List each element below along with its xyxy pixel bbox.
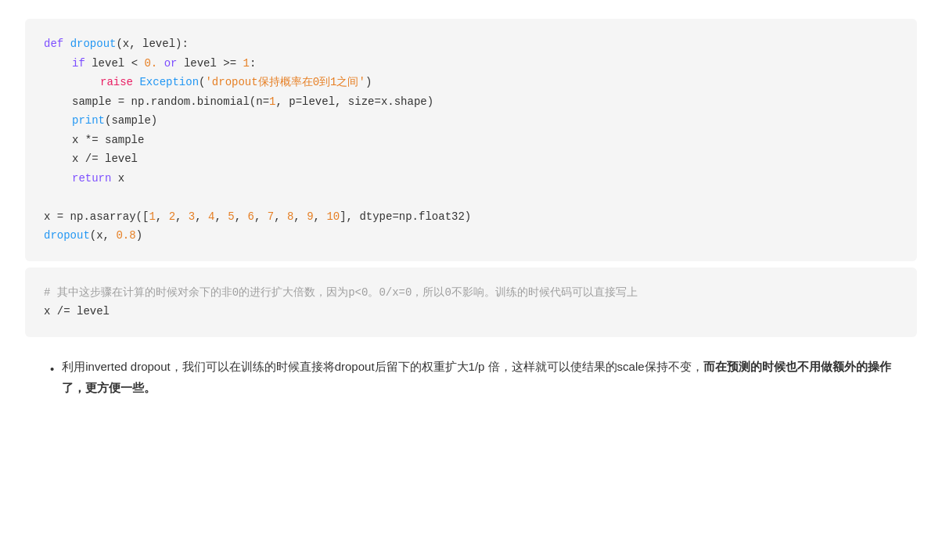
- bullet-text-plain: 利用inverted dropout，我们可以在训练的时候直接将dropout后…: [62, 360, 703, 373]
- code-line-7: x /= level: [44, 149, 898, 169]
- code-line-4: sample = np.random.binomial(n=1, p=level…: [44, 92, 898, 112]
- code-line-3: raise Exception('dropout保持概率在0到1之间'): [44, 73, 898, 92]
- prose-section: • 利用inverted dropout，我们可以在训练的时候直接将dropou…: [25, 343, 917, 404]
- bullet-dot: •: [50, 358, 54, 379]
- code-line-blank1: [44, 188, 898, 207]
- code-line-9: x = np.asarray([1, 2, 3, 4, 5, 6, 7, 8, …: [44, 207, 898, 227]
- bullet-content: 利用inverted dropout，我们可以在训练的时候直接将dropout后…: [62, 356, 892, 398]
- code-line-comment: # 其中这步骤在计算的时候对余下的非0的进行扩大倍数，因为p<0。0/x=0，所…: [44, 283, 898, 303]
- bullet-item-1: • 利用inverted dropout，我们可以在训练的时候直接将dropou…: [50, 356, 892, 398]
- code-line-5: print(sample): [44, 111, 898, 131]
- code-block-1: def dropout(x, level): if level < 0. or …: [25, 19, 917, 261]
- code-line-xdiv: x /= level: [44, 302, 898, 321]
- code-line-1: def dropout(x, level):: [44, 34, 898, 54]
- code-line-8: return x: [44, 169, 898, 188]
- code-block-2: # 其中这步骤在计算的时候对余下的非0的进行扩大倍数，因为p<0。0/x=0，所…: [25, 267, 917, 337]
- code-line-10: dropout(x, 0.8): [44, 226, 898, 246]
- code-line-2: if level < 0. or level >= 1:: [44, 54, 898, 74]
- code-line-6: x *= sample: [44, 131, 898, 150]
